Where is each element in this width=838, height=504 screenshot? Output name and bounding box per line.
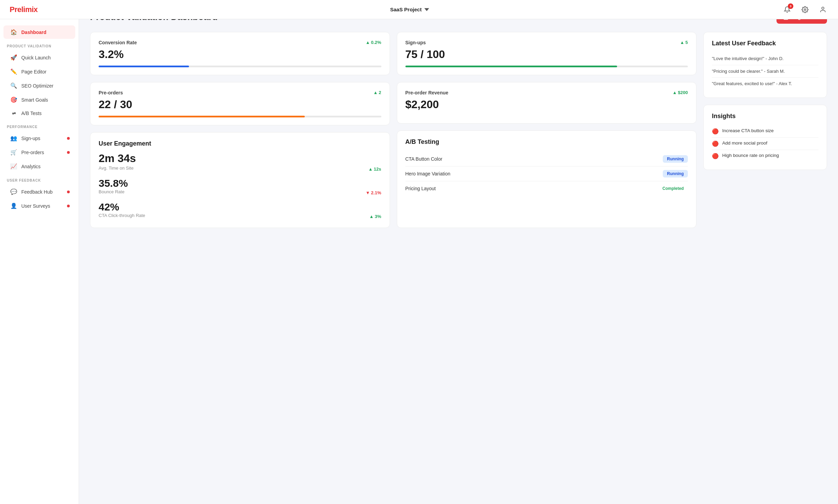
conversion-rate-value: 3.2%: [99, 48, 381, 61]
cta-rate-change: ▲ 3%: [369, 214, 381, 219]
sidebar-item-page-editor[interactable]: ✏️ Page Editor: [3, 65, 75, 78]
ab-testing-title: A/B Testing: [405, 138, 688, 146]
svg-point-1: [822, 7, 824, 9]
bounce-rate-change: ▼ 2.1%: [366, 190, 381, 195]
col-right: Latest User Feedback "Love the intuitive…: [703, 32, 827, 228]
feedback-hub-badge: [67, 191, 70, 193]
signups-card: Sign-ups ▲ 5 75 / 100: [397, 32, 697, 75]
revenue-up-arrow: ▲: [672, 90, 677, 95]
conversion-rate-change: ▲ 0.2%: [366, 40, 381, 45]
cta-rate-label: CTA Click-through Rate: [99, 213, 145, 218]
conversion-rate-card: Conversion Rate ▲ 0.2% 3.2%: [90, 32, 390, 75]
insight-warn-icon-0: 🔴: [712, 128, 719, 135]
sidebar-ab-tests-label: A/B Tests: [21, 111, 42, 116]
ab-icon: ⇌: [10, 111, 17, 116]
preorders-progress-track: [99, 116, 381, 117]
sidebar: 🏠 Dashboard PRODUCT VALIDATION 🚀 Quick L…: [0, 19, 79, 238]
sidebar-item-signups[interactable]: 👥 Sign-ups: [3, 131, 75, 145]
insight-text-2: High bounce rate on pricing: [722, 153, 779, 158]
sidebar-item-seo-optimizer[interactable]: 🔍 SEO Optimizer: [3, 79, 75, 92]
section-label-user-feedback: USER FEEDBACK: [0, 174, 79, 184]
preorders-card: Pre-orders ▲ 2 22 / 30: [90, 82, 390, 125]
signups-badge: [67, 137, 70, 140]
bounce-rate-change-value: 2.1%: [371, 190, 381, 195]
notifications-button[interactable]: 3: [782, 4, 793, 15]
preorder-revenue-card: Pre-order Revenue ▲ $200 $2,200: [397, 82, 697, 124]
conversion-rate-progress-track: [99, 66, 381, 67]
user-icon: [819, 6, 826, 13]
preorders-badge: [67, 151, 70, 154]
bounce-rate-value: 35.8%: [99, 177, 381, 189]
insights-title: Insights: [712, 113, 818, 120]
signups-label: Sign-ups: [405, 40, 426, 45]
sidebar-item-smart-goals[interactable]: 🎯 Smart Goals: [3, 93, 75, 106]
rocket-icon: 🚀: [10, 54, 17, 61]
conversion-rate-label: Conversion Rate: [99, 40, 137, 45]
signups-change-value: 5: [685, 40, 688, 45]
sidebar-smart-goals-label: Smart Goals: [21, 97, 48, 103]
chat-icon: 💬: [10, 188, 17, 195]
sidebar-item-user-surveys[interactable]: 👤 User Surveys: [3, 199, 75, 213]
insight-text-1: Add more social proof: [722, 140, 767, 146]
user-profile-button[interactable]: [817, 4, 828, 15]
search-icon: 🔍: [10, 82, 17, 89]
preorder-revenue-change: ▲ $200: [672, 90, 688, 95]
ab-test-name-2: Pricing Layout: [405, 186, 436, 191]
dashboard-grid: Conversion Rate ▲ 0.2% 3.2% Pre-orders ▲: [90, 32, 827, 228]
edit-icon: ✏️: [10, 68, 17, 75]
ab-test-row-0: CTA Button Color Running: [405, 152, 688, 167]
sidebar-signups-label: Sign-ups: [21, 136, 40, 141]
preorders-progress-fill: [99, 116, 305, 117]
sidebar-page-editor-label: Page Editor: [21, 69, 46, 75]
insight-text-0: Increase CTA button size: [722, 128, 774, 133]
users-icon: 👥: [10, 135, 17, 141]
sidebar-item-analytics[interactable]: 📈 Analytics: [3, 160, 75, 173]
up-arrow-icon: ▲: [366, 40, 370, 45]
svg-point-0: [804, 9, 806, 10]
sidebar-item-ab-tests[interactable]: ⇌ A/B Tests: [3, 107, 75, 119]
preorders-change: ▲ 2: [373, 90, 381, 95]
preorders-label: Pre-orders: [99, 90, 123, 95]
ab-test-status-0: Running: [663, 155, 688, 163]
gear-icon: [802, 6, 808, 13]
sidebar-dashboard-label: Dashboard: [21, 30, 46, 35]
settings-button[interactable]: [800, 4, 811, 15]
sidebar-feedback-hub-label: Feedback Hub: [21, 189, 53, 195]
home-icon: 🏠: [10, 29, 17, 35]
preorder-revenue-value: $2,200: [405, 98, 688, 111]
cta-rate-value: 42%: [99, 201, 381, 213]
user-surveys-badge: [67, 205, 70, 207]
sidebar-item-dashboard[interactable]: 🏠 Dashboard: [3, 25, 75, 39]
col-left: Conversion Rate ▲ 0.2% 3.2% Pre-orders ▲: [90, 32, 390, 228]
signups-up-arrow: ▲: [680, 40, 684, 45]
insight-row-0: 🔴 Increase CTA button size: [712, 125, 818, 138]
survey-icon: 👤: [10, 203, 17, 209]
engagement-title: User Engagement: [99, 140, 381, 147]
ab-test-status-2: Completed: [658, 185, 688, 192]
conversion-rate-progress-fill: [99, 66, 189, 67]
preorders-up-arrow-icon: ▲: [373, 90, 378, 95]
cta-change-value: 3%: [375, 214, 381, 219]
ab-test-status-1: Running: [663, 170, 688, 177]
ab-test-name-1: Hero Image Variation: [405, 171, 450, 176]
sidebar-item-preorders[interactable]: 🛒 Pre-orders: [3, 146, 75, 159]
section-label-product-validation: PRODUCT VALIDATION: [0, 39, 79, 50]
analytics-icon: 📈: [10, 163, 17, 170]
avg-time-change-value: 12s: [374, 167, 381, 172]
sidebar-item-quick-launch[interactable]: 🚀 Quick Launch: [3, 51, 75, 64]
insights-card: Insights 🔴 Increase CTA button size 🔴 Ad…: [703, 105, 827, 170]
signups-value: 75 / 100: [405, 48, 688, 61]
insight-row-1: 🔴 Add more social proof: [712, 138, 818, 150]
sidebar-item-feedback-hub[interactable]: 💬 Feedback Hub: [3, 185, 75, 198]
preorders-value: 22 / 30: [99, 98, 381, 111]
section-label-performance: PERFORMANCE: [0, 120, 79, 131]
revenue-change-value: $200: [678, 90, 688, 95]
signups-progress-track: [405, 66, 688, 67]
feedback-quote-2: "Great features, excited to use!" - Alex…: [712, 78, 818, 90]
project-selector[interactable]: SaaS Project: [390, 7, 429, 12]
sidebar-seo-optimizer-label: SEO Optimizer: [21, 83, 53, 89]
preorder-revenue-label: Pre-order Revenue: [405, 90, 448, 95]
user-engagement-card: User Engagement 2m 34s Avg. Time on Site…: [90, 132, 390, 228]
ab-test-row-1: Hero Image Variation Running: [405, 167, 688, 181]
cart-icon: 🛒: [10, 149, 17, 156]
